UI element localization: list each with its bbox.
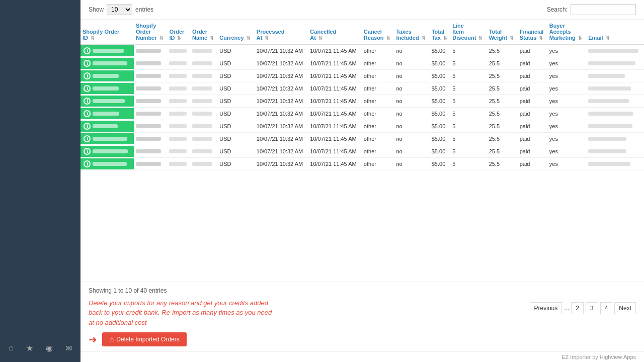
pagination-page-2[interactable]: 2 — [571, 302, 584, 314]
search-input[interactable] — [571, 4, 636, 15]
order-id-inner[interactable]: ℹ — [80, 146, 134, 157]
order-number-value — [136, 61, 161, 65]
star-icon[interactable]: ★ — [26, 343, 33, 353]
order-id-value — [93, 99, 125, 103]
col-total-tax[interactable]: TotalTax ⇅ — [430, 20, 451, 44]
branding-text: EZ Importer by Highview Apps — [561, 354, 636, 360]
total-weight-cell: 25.5 — [487, 120, 518, 133]
order-id-inner[interactable]: ℹ — [80, 158, 134, 169]
order-id-inner[interactable]: ℹ — [80, 133, 134, 144]
pagination-page-3[interactable]: 3 — [586, 302, 598, 314]
sort-icon: ⇅ — [510, 36, 514, 41]
taxes-included-cell: no — [394, 120, 429, 133]
table-row: ℹ USD10/07/21 10:32 AM10/07/21 11:45 AMo… — [80, 133, 644, 145]
table-row: ℹ USD10/07/21 10:32 AM10/07/21 11:45 AMo… — [80, 145, 644, 158]
order-number-value — [136, 137, 161, 141]
branding-bar: EZ Importer by Highview Apps — [80, 351, 644, 362]
shopify-order-number-cell — [134, 70, 167, 82]
delete-imported-orders-button[interactable]: ⚠ Delete Imported Orders — [102, 332, 187, 346]
order-id-inner[interactable]: ℹ — [80, 96, 134, 107]
orders-table: Shopify OrderID ⇅ ShopifyOrderNumber ⇅ O… — [80, 20, 644, 170]
show-label: Show — [89, 6, 104, 13]
sort-icon: ⇅ — [539, 36, 543, 41]
shopify-order-id-cell: ℹ — [80, 133, 134, 145]
sort-icon: ⇅ — [177, 36, 181, 41]
processed-at-cell: 10/07/21 10:32 AM — [255, 158, 308, 170]
cancel-reason-cell: other — [362, 57, 394, 70]
table-row: ℹ USD10/07/21 10:32 AM10/07/21 11:45 AMo… — [80, 120, 644, 133]
financial-status-cell: paid — [518, 57, 547, 70]
sort-icon: ⇅ — [91, 36, 95, 41]
shopify-order-id-cell: ℹ — [80, 44, 134, 57]
cancelled-at-cell: 10/07/21 11:45 AM — [308, 44, 362, 57]
col-financial-status[interactable]: FinancialStatus ⇅ — [518, 20, 547, 44]
col-email[interactable]: Email ⇅ — [586, 20, 644, 44]
top-bar: Show 10 25 50 100 entries Search: — [80, 0, 644, 20]
col-total-weight[interactable]: TotalWeight ⇅ — [487, 20, 518, 44]
total-weight-cell: 25.5 — [487, 133, 518, 145]
entries-select[interactable]: 10 25 50 100 — [107, 4, 132, 15]
processed-at-cell: 10/07/21 10:32 AM — [255, 82, 308, 95]
col-cancel-reason[interactable]: CancelReason ⇅ — [362, 20, 394, 44]
sort-icon: ⇅ — [265, 36, 269, 41]
order-id-inner[interactable]: ℹ — [80, 83, 134, 94]
line-item-discount-cell: 5 — [450, 145, 487, 158]
order-circle-icon: ℹ — [84, 85, 91, 92]
home-icon[interactable]: ⌂ — [9, 343, 14, 353]
email-value — [588, 162, 630, 166]
order-id-cell — [167, 44, 190, 57]
sort-icon: ⇅ — [159, 36, 164, 41]
email-cell — [586, 95, 644, 108]
order-id-inner[interactable]: ℹ — [80, 45, 134, 56]
order-id-inner[interactable]: ℹ — [80, 58, 134, 69]
order-circle-icon: ℹ — [84, 148, 91, 155]
order-id-inner[interactable]: ℹ — [80, 108, 134, 119]
pagination-next-button[interactable]: Next — [614, 302, 636, 314]
col-buyer-accepts-marketing[interactable]: BuyerAcceptsMarketing ⇅ — [547, 20, 587, 44]
order-id-inner[interactable]: ℹ — [80, 121, 134, 132]
cancelled-at-cell: 10/07/21 11:45 AM — [308, 158, 362, 170]
processed-at-cell: 10/07/21 10:32 AM — [255, 70, 308, 82]
col-taxes-included[interactable]: TaxesIncluded ⇅ — [394, 20, 429, 44]
cancelled-at-cell: 10/07/21 11:45 AM — [308, 133, 362, 145]
taxes-included-cell: no — [394, 70, 429, 82]
total-weight-cell: 25.5 — [487, 70, 518, 82]
pagination-previous-button[interactable]: Previous — [530, 302, 562, 314]
rss-icon[interactable]: ◉ — [46, 343, 53, 353]
email-cell — [586, 145, 644, 158]
email-value — [588, 74, 625, 78]
order-name-cell — [190, 95, 217, 108]
order-circle-icon: ℹ — [84, 123, 91, 130]
currency-cell: USD — [217, 158, 255, 170]
order-name-value — [192, 99, 212, 103]
pagination-page-4[interactable]: 4 — [600, 302, 613, 314]
email-value — [588, 86, 631, 90]
total-weight-cell: 25.5 — [487, 57, 518, 70]
total-tax-cell: $5.00 — [430, 82, 451, 95]
order-id-num-value — [169, 124, 187, 128]
col-shopify-order-number[interactable]: ShopifyOrderNumber ⇅ — [134, 20, 167, 44]
order-id-num-value — [169, 162, 187, 166]
col-order-name[interactable]: OrderName ⇅ — [190, 20, 217, 44]
sort-icon: ⇅ — [578, 36, 582, 41]
order-id-cell — [167, 133, 190, 145]
total-tax-cell: $5.00 — [430, 95, 451, 108]
tip-line3: at no additional cost — [89, 319, 147, 326]
col-line-item-discount[interactable]: LineItemDiscount ⇅ — [450, 20, 487, 44]
order-id-num-value — [169, 137, 187, 141]
mail-icon[interactable]: ✉ — [65, 343, 72, 353]
table-row: ℹ USD10/07/21 10:32 AM10/07/21 11:45 AMo… — [80, 44, 644, 57]
col-shopify-order-id[interactable]: Shopify OrderID ⇅ — [80, 20, 134, 44]
shopify-order-number-cell — [134, 82, 167, 95]
currency-cell: USD — [217, 108, 255, 120]
col-processed-at[interactable]: ProcessedAt ⇅ — [255, 20, 308, 44]
order-circle-icon: ℹ — [84, 160, 91, 167]
col-currency[interactable]: Currency ⇅ — [217, 20, 255, 44]
buyer-accepts-marketing-cell: yes — [547, 133, 587, 145]
footer-right: Previous ... 2 3 4 Next — [530, 287, 636, 314]
order-name-value — [192, 61, 212, 65]
order-id-value — [93, 124, 118, 128]
col-cancelled-at[interactable]: CancelledAt ⇅ — [308, 20, 362, 44]
col-order-id[interactable]: OrderID ⇅ — [167, 20, 190, 44]
order-id-inner[interactable]: ℹ — [80, 70, 134, 81]
